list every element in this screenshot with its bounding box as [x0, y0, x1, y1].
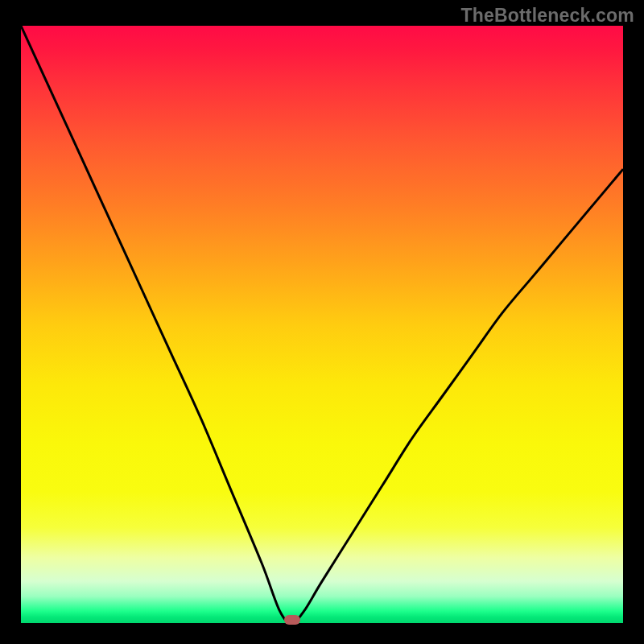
optimum-marker	[284, 615, 300, 625]
plot-area	[21, 26, 623, 623]
chart-frame: TheBottleneck.com	[0, 0, 644, 644]
watermark-text: TheBottleneck.com	[460, 5, 634, 27]
bottleneck-curve	[21, 26, 623, 623]
